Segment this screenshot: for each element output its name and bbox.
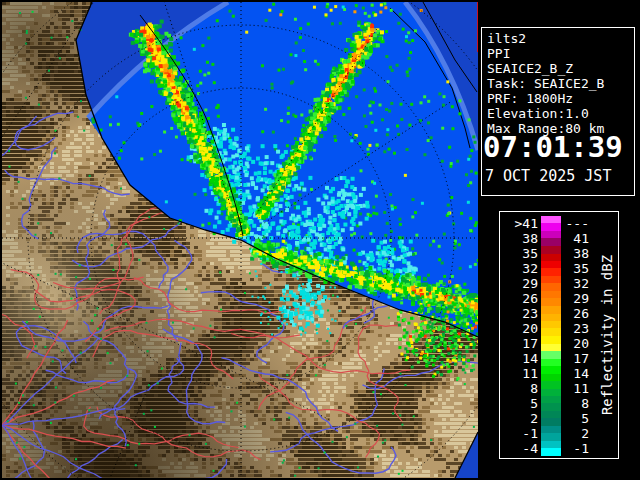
legend-right-value: 5 xyxy=(561,411,589,426)
legend-right-value: 11 xyxy=(561,381,589,396)
legend-color-swatch xyxy=(541,231,561,246)
legend-right-value: --- xyxy=(561,216,589,231)
clock-date: 7 OCT 2025 JST xyxy=(485,168,633,184)
legend-left-value: 23 xyxy=(500,306,541,321)
legend-row: 58 xyxy=(500,396,589,411)
info-lines: ilts2 PPI SEAICE2_B_Z Task: SEAICE2_B PR… xyxy=(487,31,632,136)
legend-row: 1114 xyxy=(500,366,589,381)
legend-color-swatch xyxy=(541,246,561,261)
legend-title: Reflectivity in dBZ xyxy=(600,225,615,445)
task-name: Task: SEAICE2_B xyxy=(487,76,632,91)
legend-row: 1720 xyxy=(500,336,589,351)
legend-row: 811 xyxy=(500,381,589,396)
legend-row: >41--- xyxy=(500,216,589,231)
legend-row: 3235 xyxy=(500,261,589,276)
legend-row: 3841 xyxy=(500,231,589,246)
legend-row: 2023 xyxy=(500,321,589,336)
legend-right-value: 32 xyxy=(561,276,589,291)
legend-right-value: 41 xyxy=(561,231,589,246)
info-panel: ilts2 PPI SEAICE2_B_Z Task: SEAICE2_B PR… xyxy=(481,27,635,196)
legend-color-swatch xyxy=(541,381,561,396)
legend-right-value: 23 xyxy=(561,321,589,336)
legend-right-value: 2 xyxy=(561,426,589,441)
legend-right-value: 17 xyxy=(561,351,589,366)
legend-row: -4-1 xyxy=(500,441,589,456)
legend-right-value: 29 xyxy=(561,291,589,306)
legend-row: 3538 xyxy=(500,246,589,261)
legend-left-value: 14 xyxy=(500,351,541,366)
legend-row: 25 xyxy=(500,411,589,426)
legend-color-swatch xyxy=(541,411,561,426)
product-name: SEAICE2_B_Z xyxy=(487,61,632,76)
prf-value: PRF: 1800Hz xyxy=(487,91,632,106)
legend-left-value: 17 xyxy=(500,336,541,351)
legend-row: 2629 xyxy=(500,291,589,306)
legend-row: -12 xyxy=(500,426,589,441)
scan-mode: PPI xyxy=(487,46,632,61)
legend-left-value: 20 xyxy=(500,321,541,336)
legend-color-swatch xyxy=(541,321,561,336)
legend-color-swatch xyxy=(541,291,561,306)
legend-right-value: 8 xyxy=(561,396,589,411)
legend-color-swatch xyxy=(541,276,561,291)
legend-right-value: 14 xyxy=(561,366,589,381)
legend-right-value: 38 xyxy=(561,246,589,261)
clock-time: 07:01:39 xyxy=(483,130,633,164)
legend-row: 2932 xyxy=(500,276,589,291)
legend-color-swatch xyxy=(541,351,561,366)
legend-color-swatch xyxy=(541,306,561,321)
legend-row: 1417 xyxy=(500,351,589,366)
legend-left-value: 26 xyxy=(500,291,541,306)
legend-color-swatch xyxy=(541,366,561,381)
legend-color-swatch xyxy=(541,216,561,231)
legend-color-swatch xyxy=(541,261,561,276)
legend-right-value: 35 xyxy=(561,261,589,276)
legend-right-value: 20 xyxy=(561,336,589,351)
legend-color-swatch xyxy=(541,336,561,351)
legend-right-value: 26 xyxy=(561,306,589,321)
legend-left-value: 32 xyxy=(500,261,541,276)
legend-left-value: -4 xyxy=(500,441,541,456)
reflectivity-legend: >41---3841353832352932262923262023172014… xyxy=(499,211,619,459)
legend-right-value: -1 xyxy=(561,441,589,456)
radar-ppi-display xyxy=(0,0,480,480)
legend-left-value: -1 xyxy=(500,426,541,441)
elevation-value: Elevation:1.0 xyxy=(487,106,632,121)
site-id: ilts2 xyxy=(487,31,632,46)
legend-color-swatch xyxy=(541,441,561,456)
legend-left-value: 5 xyxy=(500,396,541,411)
legend-rows: >41---3841353832352932262923262023172014… xyxy=(500,216,589,456)
legend-left-value: 2 xyxy=(500,411,541,426)
legend-left-value: 35 xyxy=(500,246,541,261)
legend-left-value: 29 xyxy=(500,276,541,291)
legend-left-value: 38 xyxy=(500,231,541,246)
legend-left-value: 11 xyxy=(500,366,541,381)
radar-app-window: ilts2 PPI SEAICE2_B_Z Task: SEAICE2_B PR… xyxy=(0,0,640,480)
legend-left-value: >41 xyxy=(500,216,541,231)
legend-color-swatch xyxy=(541,426,561,441)
legend-color-swatch xyxy=(541,396,561,411)
legend-row: 2326 xyxy=(500,306,589,321)
legend-left-value: 8 xyxy=(500,381,541,396)
